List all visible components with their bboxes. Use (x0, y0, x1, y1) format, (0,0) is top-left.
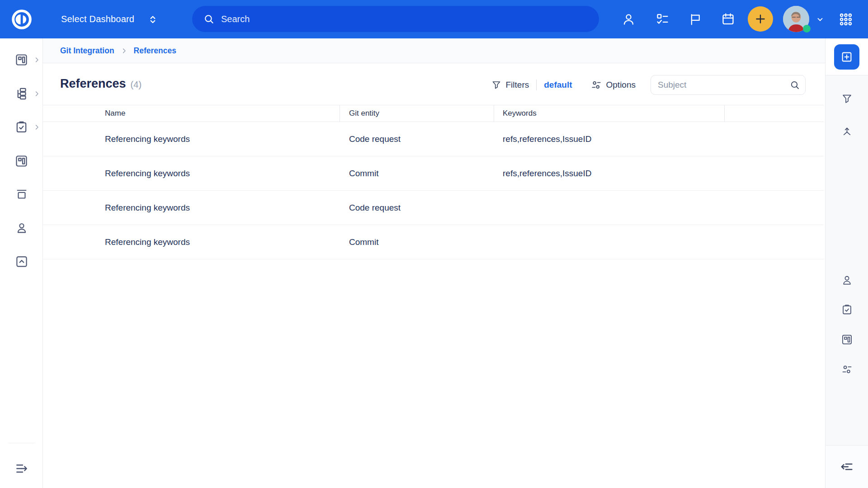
chevron-down-icon (816, 15, 825, 24)
cell-name: Referencing keywords (43, 122, 340, 156)
breadcrumb: Git Integration References (43, 38, 825, 63)
dashboard-selector[interactable]: Select Dashboard (61, 0, 159, 38)
person-icon (841, 274, 853, 286)
filters-button[interactable]: Filters (491, 80, 529, 90)
cell-git-entity: Code request (340, 191, 494, 225)
top-bar: Select Dashboard (0, 0, 868, 38)
person-icon (15, 221, 28, 235)
sliders-icon (841, 363, 853, 375)
apps-menu-button[interactable] (835, 0, 857, 38)
add-view-button[interactable] (834, 44, 859, 70)
column-header-name[interactable]: Name (43, 105, 340, 122)
chevron-up-down-icon (147, 14, 159, 25)
cell-git-entity: Code request (340, 122, 494, 156)
breadcrumb-chevron-icon (121, 47, 127, 54)
page-title-text: References (60, 77, 126, 91)
filter-icon (491, 80, 502, 90)
add-view-icon (840, 50, 854, 64)
table-row[interactable]: Referencing keywords Commit refs,referen… (43, 156, 824, 191)
main-content: Git Integration References References (4… (43, 38, 825, 488)
panel-entities-button[interactable] (826, 298, 868, 321)
column-header-git-entity[interactable]: Git entity (340, 105, 494, 122)
cell-actions (725, 156, 824, 190)
toolbar-divider (536, 80, 537, 90)
right-rail-top-section (826, 38, 868, 75)
cell-keywords (494, 225, 725, 259)
sidebar-item-import[interactable] (0, 248, 43, 275)
global-search[interactable] (192, 6, 599, 32)
calendar-button[interactable] (717, 0, 739, 38)
right-panel-rail (825, 38, 868, 488)
breadcrumb-git-integration[interactable]: Git Integration (60, 46, 114, 56)
default-view-link[interactable]: default (544, 80, 572, 90)
sidebar-item-hierarchy[interactable] (0, 80, 43, 107)
chevron-right-icon (33, 56, 40, 63)
table-header: Name Git entity Keywords (43, 105, 824, 122)
sidebar-item-people[interactable] (0, 215, 43, 242)
sidebar-item-plans[interactable] (0, 113, 43, 141)
subject-search (651, 75, 806, 95)
plus-icon (754, 12, 767, 26)
cell-name: Referencing keywords (43, 191, 340, 225)
global-search-input[interactable] (221, 14, 565, 24)
avatar-menu-toggle[interactable] (811, 0, 829, 38)
panel-settings-button[interactable] (826, 357, 868, 381)
sliders-icon (590, 79, 602, 91)
cell-git-entity: Commit (340, 156, 494, 190)
panel-sort-button[interactable] (826, 119, 868, 143)
table-row[interactable]: Referencing keywords Commit (43, 225, 824, 259)
subject-search-input[interactable] (651, 75, 806, 95)
clipboard-check-icon (841, 304, 853, 316)
app-logo[interactable] (0, 0, 43, 38)
panel-board-button[interactable] (826, 328, 868, 351)
options-button[interactable]: Options (590, 79, 636, 91)
search-icon[interactable] (789, 80, 800, 90)
filter-icon (841, 93, 853, 105)
cell-keywords (494, 191, 725, 225)
archive-icon (15, 188, 28, 201)
page-title: References (4) (60, 77, 142, 91)
panel-people-button[interactable] (826, 268, 868, 292)
my-tasks-button[interactable] (651, 0, 673, 38)
board-icon (841, 333, 853, 346)
sidebar-item-archive[interactable] (0, 181, 43, 208)
cell-actions (725, 122, 824, 156)
cell-keywords: refs,references,IssueID (494, 122, 725, 156)
flagged-items-button[interactable] (684, 0, 706, 38)
right-rail-bottom-section (826, 445, 868, 488)
search-icon (203, 13, 215, 25)
options-label: Options (606, 80, 636, 90)
board-icon (14, 53, 28, 67)
clipboard-check-icon (14, 120, 28, 134)
calendar-icon (721, 12, 735, 26)
collapse-right-panel-icon[interactable] (839, 459, 854, 474)
expand-sidebar-icon (14, 461, 29, 476)
table-row[interactable]: Referencing keywords Code request refs,r… (43, 122, 824, 156)
chevron-right-icon (33, 124, 40, 131)
cell-actions (725, 191, 824, 225)
sidebar-divider (8, 443, 35, 443)
column-header-keywords[interactable]: Keywords (494, 105, 725, 122)
create-entity-button[interactable] (748, 6, 773, 32)
expand-sidebar-button[interactable] (0, 455, 43, 482)
breadcrumb-references[interactable]: References (134, 46, 176, 56)
cell-keywords: refs,references,IssueID (494, 156, 725, 190)
apps-grid-icon (839, 12, 853, 27)
my-profile-button[interactable] (618, 0, 639, 38)
table-row[interactable]: Referencing keywords Code request (43, 191, 824, 225)
arrow-up-merge-icon (841, 125, 853, 137)
panel-filter-button[interactable] (826, 87, 868, 110)
cell-actions (725, 225, 824, 259)
tree-icon (14, 87, 28, 101)
column-header-empty (725, 105, 824, 122)
user-avatar[interactable] (783, 6, 809, 32)
table-body: Referencing keywords Code request refs,r… (43, 122, 824, 259)
checklist-icon (656, 12, 670, 26)
dashboard-selector-label: Select Dashboard (61, 14, 134, 24)
logo-icon (10, 8, 33, 31)
sidebar-item-boards[interactable] (0, 46, 43, 73)
sidebar-item-views[interactable] (0, 147, 43, 174)
cell-name: Referencing keywords (43, 225, 340, 259)
chevron-right-icon (33, 90, 40, 97)
square-chevron-up-icon (15, 255, 28, 268)
